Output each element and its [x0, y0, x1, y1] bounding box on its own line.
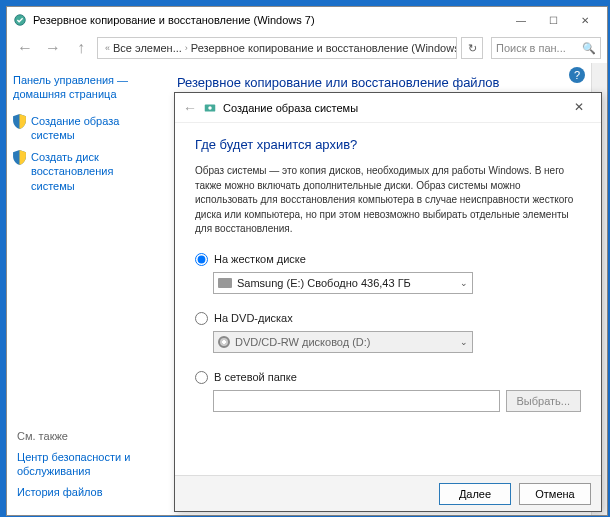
search-placeholder: Поиск в пан... — [496, 42, 566, 54]
nav-forward[interactable]: → — [41, 36, 65, 60]
option-hard-disk: На жестком диске Samsung (E:) Свободно 4… — [195, 253, 581, 294]
wizard-question: Где будет хранится архив? — [195, 137, 581, 152]
option-network-radio[interactable]: В сетевой папке — [195, 371, 581, 384]
wizard-description: Образ системы — это копия дисков, необхо… — [195, 164, 581, 237]
maximize-button[interactable]: ☐ — [537, 10, 569, 30]
chevron-icon: « — [105, 43, 110, 53]
option-hdd-radio[interactable]: На жестком диске — [195, 253, 581, 266]
option-dvd-radio[interactable]: На DVD-дисках — [195, 312, 581, 325]
option-dvd-label: На DVD-дисках — [214, 312, 293, 324]
window-controls: — ☐ ✕ — [505, 10, 601, 30]
next-button[interactable]: Далее — [439, 483, 511, 505]
option-dvd: На DVD-дисках DVD/CD-RW дисковод (D:) ⌄ — [195, 312, 581, 353]
cancel-button[interactable]: Отмена — [519, 483, 591, 505]
refresh-button[interactable]: ↻ — [461, 37, 483, 59]
wizard-back-button[interactable]: ← — [183, 100, 197, 116]
navbar: ← → ↑ « Все элемен... › Резервное копиро… — [7, 33, 607, 63]
window-title: Резервное копирование и восстановление (… — [33, 14, 315, 26]
chevron-down-icon: ⌄ — [460, 278, 468, 288]
hdd-drive-select[interactable]: Samsung (E:) Свободно 436,43 ГБ ⌄ — [213, 272, 473, 294]
close-button[interactable]: ✕ — [569, 10, 601, 30]
option-hdd-label: На жестком диске — [214, 253, 306, 265]
file-history-link[interactable]: История файлов — [17, 485, 157, 499]
backup-icon — [203, 101, 217, 115]
wizard-close-button[interactable]: ✕ — [563, 97, 595, 117]
sidebar-bottom: См. также Центр безопасности и обслужива… — [17, 430, 157, 505]
shield-icon — [13, 114, 26, 129]
wizard-body: Где будет хранится архив? Образ системы … — [175, 123, 601, 475]
dvd-drive-select[interactable]: DVD/CD-RW дисковод (D:) ⌄ — [213, 331, 473, 353]
wizard-footer: Далее Отмена — [175, 475, 601, 511]
dvd-drive-value: DVD/CD-RW дисковод (D:) — [235, 336, 371, 348]
wizard-title: Создание образа системы — [223, 102, 358, 114]
network-path-row: Выбрать... — [213, 390, 581, 412]
search-input[interactable]: Поиск в пан... 🔍 — [491, 37, 601, 59]
breadcrumb-item[interactable]: Резервное копирование и восстановление (… — [191, 42, 457, 54]
titlebar: Резервное копирование и восстановление (… — [7, 7, 607, 33]
see-also-label: См. также — [17, 430, 157, 442]
hard-drive-icon — [218, 278, 232, 288]
breadcrumb-item[interactable]: Все элемен... — [113, 42, 182, 54]
radio-network[interactable] — [195, 371, 208, 384]
security-center-link[interactable]: Центр безопасности и обслуживания — [17, 450, 157, 479]
nav-back[interactable]: ← — [13, 36, 37, 60]
option-network: В сетевой папке Выбрать... — [195, 371, 581, 412]
network-path-input[interactable] — [213, 390, 500, 412]
dvd-icon — [218, 336, 230, 348]
radio-hdd[interactable] — [195, 253, 208, 266]
hdd-drive-value: Samsung (E:) Свободно 436,43 ГБ — [237, 277, 411, 289]
sidebar-item-label: Создать диск восстановления системы — [31, 150, 151, 193]
create-system-image-wizard: ← Создание образа системы ✕ Где будет хр… — [174, 92, 602, 512]
chevron-down-icon: ⌄ — [460, 337, 468, 347]
help-icon[interactable]: ? — [569, 67, 585, 83]
nav-up[interactable]: ↑ — [69, 36, 93, 60]
browse-button[interactable]: Выбрать... — [506, 390, 581, 412]
sidebar-create-recovery-disc[interactable]: Создать диск восстановления системы — [13, 150, 151, 193]
breadcrumb[interactable]: « Все элемен... › Резервное копирование … — [97, 37, 457, 59]
option-network-label: В сетевой папке — [214, 371, 297, 383]
wizard-header: ← Создание образа системы ✕ — [175, 93, 601, 123]
sidebar: Панель управления — домашняя страница Со… — [7, 63, 157, 515]
shield-icon — [13, 150, 26, 165]
sidebar-item-label: Создание образа системы — [31, 114, 151, 143]
control-panel-home-link[interactable]: Панель управления — домашняя страница — [13, 73, 151, 102]
minimize-button[interactable]: — — [505, 10, 537, 30]
sidebar-create-image[interactable]: Создание образа системы — [13, 114, 151, 143]
search-icon: 🔍 — [582, 42, 596, 55]
page-title: Резервное копирование или восстановление… — [177, 75, 587, 90]
backup-icon — [13, 13, 27, 27]
svg-point-3 — [208, 106, 212, 110]
radio-dvd[interactable] — [195, 312, 208, 325]
chevron-icon: › — [185, 43, 188, 53]
